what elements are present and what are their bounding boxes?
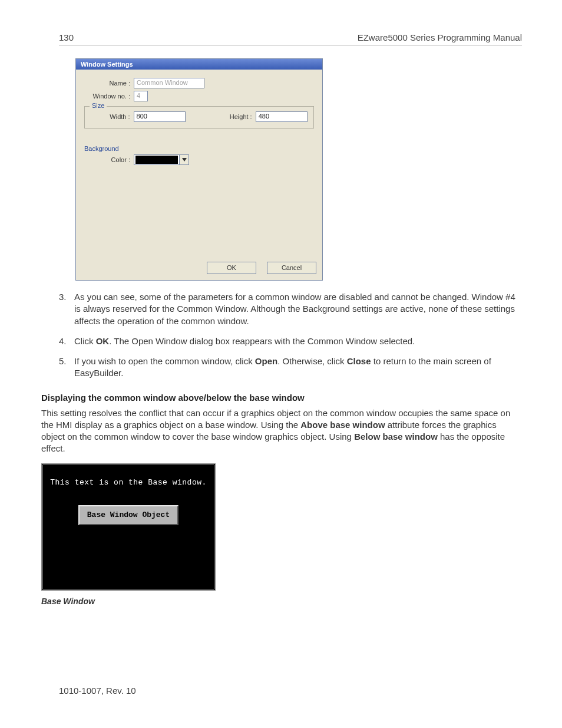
- dialog-title: Window Settings: [76, 59, 322, 70]
- width-field[interactable]: 800: [134, 111, 186, 122]
- height-field[interactable]: 480: [256, 111, 308, 122]
- section-heading: Displaying the common window above/below…: [41, 393, 522, 403]
- size-fieldset: Size Width : 800 Height : 480: [84, 106, 314, 129]
- section-paragraph: This setting resolves the conflict that …: [41, 407, 522, 455]
- hmi-screenshot: This text is on the Base window. Base Wi…: [41, 463, 216, 591]
- name-label: Name :: [84, 80, 134, 87]
- cancel-button[interactable]: Cancel: [267, 262, 316, 274]
- window-no-label: Window no. :: [84, 93, 134, 100]
- hmi-base-window-object: Base Window Object: [78, 505, 178, 525]
- list-item: 3. As you can see, some of the parameter…: [59, 291, 522, 327]
- footer-revision: 1010-1007, Rev. 10: [59, 686, 136, 696]
- name-field: Common Window: [134, 78, 204, 88]
- size-legend: Size: [90, 102, 107, 109]
- window-no-field: 4: [134, 91, 148, 101]
- list-item: 4. Click OK. The Open Window dialog box …: [59, 335, 522, 347]
- color-swatch: [135, 156, 178, 164]
- window-settings-dialog: Window Settings Name : Common Window Win…: [75, 58, 323, 281]
- instruction-list: 3. As you can see, some of the parameter…: [59, 291, 522, 380]
- color-picker[interactable]: [134, 154, 189, 165]
- background-legend: Background: [84, 145, 314, 152]
- page-header: 130 EZware5000 Series Programming Manual: [59, 32, 522, 45]
- chevron-down-icon[interactable]: [179, 155, 189, 164]
- hmi-overlay-text: This text is on the Base window.: [43, 478, 214, 487]
- width-label: Width :: [91, 113, 134, 120]
- svg-marker-0: [182, 158, 187, 162]
- list-item: 5. If you wish to open the common window…: [59, 355, 522, 380]
- hmi-caption: Base Window: [41, 597, 522, 606]
- color-label: Color :: [84, 156, 134, 163]
- doc-title: EZware5000 Series Programming Manual: [358, 32, 522, 42]
- page-number: 130: [59, 32, 74, 42]
- height-label: Height :: [221, 113, 256, 120]
- ok-button[interactable]: OK: [207, 262, 256, 274]
